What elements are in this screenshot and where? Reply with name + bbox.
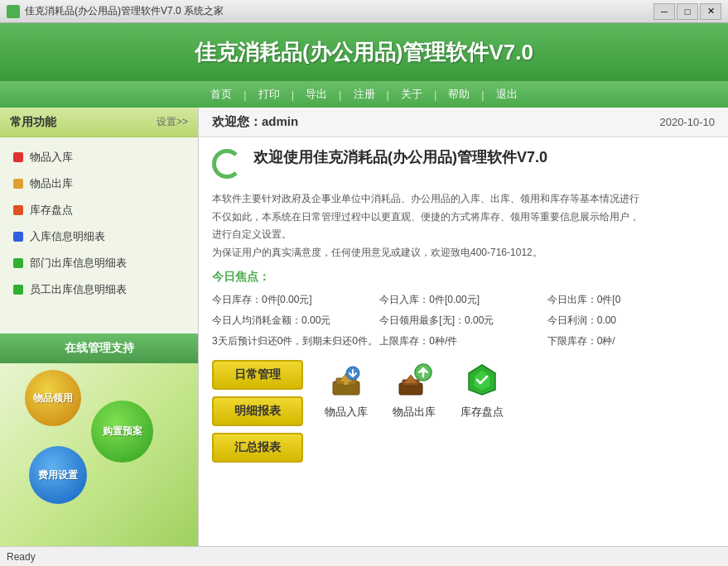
inventory-icon [462, 360, 502, 400]
sidebar-item-inventory[interactable]: 库存盘点 [0, 197, 198, 223]
daily-management-button[interactable]: 日常管理 [212, 360, 303, 390]
shortcut-stock-in[interactable]: 物品入库 [325, 360, 368, 420]
sidebar-label-stock-in-detail: 入库信息明细表 [30, 229, 105, 244]
status-text: Ready [7, 551, 36, 563]
shortcut-inventory-label: 库存盘点 [460, 405, 504, 420]
focus-section: 今日焦点： 今日库存：0件[0.00元] 今日入库：0件[0.00元] 今日出库… [212, 270, 715, 350]
sidebar-label-staff-out-detail: 员工出库信息明细表 [30, 282, 127, 297]
header-banner: 佳克消耗品(办公用品)管理软件V7.0 [0, 23, 728, 81]
menu-about[interactable]: 关于 [389, 81, 434, 108]
sidebar: 常用功能 设置>> 物品入库 物品出库 库存盘点 入库信息明细表 部门出 [0, 108, 199, 546]
sidebar-settings-link[interactable]: 设置>> [157, 115, 188, 129]
bottom-buttons-section: 日常管理 明细报表 汇总报表 [212, 360, 715, 463]
shortcut-stock-in-label: 物品入库 [325, 405, 368, 420]
welcome-text-block: 欢迎使用佳克消耗品(办公用品)管理软件V7.0 [253, 147, 547, 172]
stat-today-in: 今日入库：0件[0.00元] [379, 291, 547, 309]
sidebar-item-dept-out-detail[interactable]: 部门出库信息明细表 [0, 250, 198, 276]
bubble-gouzhi-yuan[interactable]: 购置预案 [91, 401, 153, 463]
desc-line-4: 为保证用户的真实满意度，任何使用意见或建议，欢迎致电400-716-1012。 [212, 244, 715, 262]
sidebar-dot-5 [13, 258, 23, 268]
summary-report-button[interactable]: 汇总报表 [212, 433, 303, 463]
stat-avg-consume: 今日人均消耗金额：0.00元 [212, 312, 379, 329]
welcome-title: 欢迎使用佳克消耗品(办公用品)管理软件V7.0 [253, 147, 547, 167]
bubble-label-2: 购置预案 [103, 424, 142, 439]
sidebar-label-inventory: 库存盘点 [30, 203, 73, 218]
bubble-feiyong-shezhi[interactable]: 费用设置 [29, 446, 87, 504]
close-button[interactable]: ✕ [700, 3, 721, 20]
welcome-logo [212, 147, 245, 180]
stat-top-use: 今日领用最多[无]：0.00元 [379, 312, 547, 329]
sidebar-dot-1 [13, 152, 23, 162]
online-support-label: 在线管理支持 [65, 341, 134, 356]
title-bar-text: 佳克消耗品(办公用品)管理软件V7.0 系统之家 [25, 4, 653, 18]
stock-out-icon [394, 360, 434, 400]
bubble-label-3: 费用设置 [38, 468, 78, 482]
sidebar-item-staff-out-detail[interactable]: 员工出库信息明细表 [0, 276, 198, 303]
welcome-user-label: 欢迎您：admin [212, 114, 298, 130]
content-body: 欢迎使用佳克消耗品(办公用品)管理软件V7.0 本软件主要针对政府及企事业单位中… [199, 137, 728, 546]
bubble-label-1: 物品领用 [33, 391, 73, 405]
detail-report-button[interactable]: 明细报表 [212, 396, 303, 426]
sidebar-label-stock-in: 物品入库 [30, 150, 73, 165]
menu-help[interactable]: 帮助 [436, 81, 481, 108]
desc-line-3: 进行自定义设置。 [212, 226, 715, 244]
stat-today-stock: 今日库存：0件[0.00元] [212, 291, 379, 309]
sidebar-header: 常用功能 设置>> [0, 108, 198, 137]
sidebar-dot-6 [13, 285, 23, 295]
minimize-button[interactable]: ─ [653, 3, 675, 20]
online-support-header: 在线管理支持 [0, 333, 198, 363]
welcome-section: 欢迎使用佳克消耗品(办公用品)管理软件V7.0 [212, 147, 715, 180]
maximize-button[interactable]: □ [677, 3, 698, 20]
button-group: 日常管理 明细报表 汇总报表 [212, 360, 303, 463]
menu-export[interactable]: 导出 [294, 81, 339, 108]
window-controls: ─ □ ✕ [653, 3, 721, 20]
stock-in-icon [326, 360, 366, 400]
stat-profit: 今日利润：0.00 [547, 312, 715, 329]
stats-grid: 今日库存：0件[0.00元] 今日入库：0件[0.00元] 今日出库：0件[0 … [212, 291, 715, 350]
stat-today-out: 今日出库：0件[0 [547, 291, 715, 309]
sidebar-bubbles: 物品领用 购置预案 费用设置 [0, 363, 198, 546]
content-area: 欢迎您：admin 2020-10-10 欢迎使用佳克消耗品(办公用品)管理软件… [199, 108, 728, 546]
stat-upper: 上限库存：0种/件 [379, 333, 547, 350]
sidebar-item-stock-in[interactable]: 物品入库 [0, 144, 198, 170]
menu-home[interactable]: 首页 [199, 81, 243, 108]
sidebar-dot-2 [13, 179, 23, 189]
menu-register[interactable]: 注册 [342, 81, 387, 108]
sidebar-menu: 物品入库 物品出库 库存盘点 入库信息明细表 部门出库信息明细表 员工出库信息明… [0, 137, 198, 333]
sidebar-label-dept-out-detail: 部门出库信息明细表 [30, 256, 127, 271]
sidebar-dot-3 [13, 205, 23, 215]
desc-line-2: 不仅如此，本系统在日常管理过程中以更直观、便捷的方式将库存、领用等重要信息展示给… [212, 209, 715, 227]
app-title: 佳克消耗品(办公用品)管理软件V7.0 [195, 38, 533, 67]
status-bar: Ready [0, 546, 728, 566]
shortcut-stock-out[interactable]: 物品出库 [393, 360, 436, 420]
sidebar-header-title: 常用功能 [10, 115, 56, 130]
main-area: 常用功能 设置>> 物品入库 物品出库 库存盘点 入库信息明细表 部门出 [0, 108, 728, 546]
shortcut-inventory[interactable]: 库存盘点 [460, 360, 504, 420]
title-bar: 佳克消耗品(办公用品)管理软件V7.0 系统之家 ─ □ ✕ [0, 0, 728, 23]
menu-print[interactable]: 打印 [247, 81, 292, 108]
app-icon [7, 5, 20, 18]
logo-c-shape [212, 149, 242, 179]
content-header: 欢迎您：admin 2020-10-10 [199, 108, 728, 137]
shortcut-stock-out-label: 物品出库 [393, 405, 436, 420]
current-date: 2020-10-10 [660, 116, 716, 128]
menu-bar: 首页 | 打印 | 导出 | 注册 | 关于 | 帮助 | 退出 [0, 81, 728, 108]
sidebar-item-stock-in-detail[interactable]: 入库信息明细表 [0, 223, 198, 250]
menu-logout[interactable]: 退出 [485, 81, 529, 108]
stat-return: 3天后预计归还0件，到期未归还0件。 [212, 333, 379, 350]
desc-block: 本软件主要针对政府及企事业单位中消耗品、办公用品的入库、出库、领用和库存等基本情… [212, 190, 715, 261]
desc-line-1: 本软件主要针对政府及企事业单位中消耗品、办公用品的入库、出库、领用和库存等基本情… [212, 190, 715, 209]
sidebar-label-stock-out: 物品出库 [30, 176, 73, 191]
sidebar-item-stock-out[interactable]: 物品出库 [0, 170, 198, 197]
shortcut-icons: 物品入库 [316, 360, 504, 420]
bubble-wupin-lingyong[interactable]: 物品领用 [25, 370, 81, 426]
stat-lower: 下限库存：0种/ [547, 333, 715, 350]
sidebar-dot-4 [13, 232, 23, 242]
focus-title: 今日焦点： [212, 270, 715, 285]
